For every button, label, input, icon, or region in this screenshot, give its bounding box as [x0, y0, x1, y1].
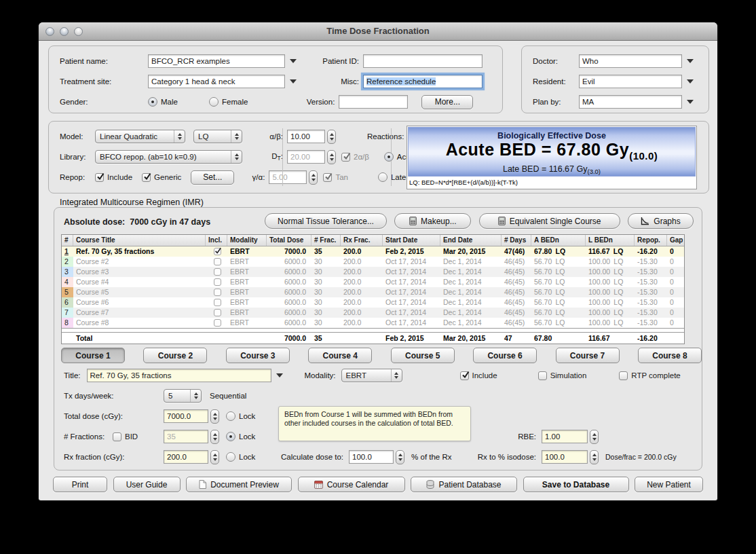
column-header[interactable]: End Date: [440, 235, 502, 246]
total-dose-lock-radio[interactable]: [226, 411, 235, 421]
treatment-site-field[interactable]: Category 1 head & neck: [148, 75, 285, 88]
table-row[interactable]: 7Course #7EBRT6000.030200.0Oct 17, 2014D…: [62, 308, 684, 318]
tab-course-5[interactable]: Course 5: [391, 348, 455, 363]
total-dose-stepper[interactable]: [210, 409, 219, 424]
save-to-database-button[interactable]: Save to Database: [523, 477, 629, 492]
two-alpha-beta-checkbox[interactable]: [341, 153, 350, 162]
late-radio[interactable]: [378, 172, 388, 182]
include-checkbox[interactable]: [214, 319, 221, 327]
include-checkbox[interactable]: [214, 289, 221, 296]
column-header[interactable]: Course Title: [73, 235, 206, 246]
fractions-stepper[interactable]: [210, 430, 219, 444]
rbe-field[interactable]: 1.00: [542, 430, 588, 443]
female-radio[interactable]: [209, 97, 219, 107]
column-header[interactable]: Total Dose: [267, 235, 311, 246]
fractions-field[interactable]: 35: [164, 430, 208, 443]
table-row[interactable]: 5Course #5EBRT6000.030200.0Oct 17, 2014D…: [62, 287, 684, 297]
dt-stepper[interactable]: [327, 150, 336, 164]
treatment-site-dropdown-icon[interactable]: [290, 79, 297, 84]
model-short-popup[interactable]: LQ: [193, 130, 242, 143]
gamma-alpha-field[interactable]: 5.00: [269, 170, 307, 184]
equivalent-single-course-button[interactable]: Equivalent Single Course: [479, 213, 620, 229]
table-row[interactable]: 3Course #3EBRT6000.030200.0Oct 17, 2014D…: [62, 267, 684, 277]
include-checkbox[interactable]: [214, 309, 221, 316]
table-row[interactable]: 6Course #6EBRT6000.030200.0Oct 17, 2014D…: [62, 297, 684, 308]
include-checkbox[interactable]: [214, 258, 221, 265]
course-modality-popup[interactable]: EBRT: [341, 369, 402, 382]
plan-by-dropdown-icon[interactable]: [687, 100, 694, 104]
column-header[interactable]: #: [62, 235, 73, 246]
doctor-dropdown-icon[interactable]: [687, 59, 694, 63]
include-checkbox[interactable]: [214, 278, 221, 286]
document-preview-button[interactable]: Document Preview: [186, 477, 292, 492]
rbe-stepper[interactable]: [590, 430, 599, 444]
include-checkbox[interactable]: [214, 268, 221, 276]
isodose-stepper[interactable]: [590, 450, 599, 464]
tab-course-7[interactable]: Course 7: [556, 348, 620, 363]
calc-dose-field[interactable]: 100.0: [349, 450, 394, 464]
rx-fraction-stepper[interactable]: [210, 450, 219, 464]
gamma-alpha-stepper[interactable]: [309, 170, 318, 185]
table-row[interactable]: 8Course #8EBRT6000.030200.0Oct 17, 2014D…: [62, 318, 684, 328]
patient-database-button[interactable]: Patient Database: [411, 477, 517, 492]
close-window-icon[interactable]: [45, 27, 54, 36]
alpha-beta-field[interactable]: 10.00: [287, 130, 325, 143]
include-checkbox[interactable]: [214, 299, 221, 306]
repop-generic-checkbox[interactable]: [142, 173, 151, 182]
bid-checkbox[interactable]: [113, 432, 121, 441]
course-calendar-button[interactable]: Course Calendar: [298, 477, 405, 492]
rx-fraction-lock-radio[interactable]: [226, 452, 235, 462]
tab-course-6[interactable]: Course 6: [473, 348, 537, 363]
column-header[interactable]: L BEDn: [586, 235, 635, 246]
set-button[interactable]: Set...: [191, 170, 234, 185]
zoom-window-icon[interactable]: [74, 27, 83, 36]
doctor-field[interactable]: Who: [579, 54, 682, 68]
user-guide-button[interactable]: User Guide: [113, 477, 181, 492]
tab-course-4[interactable]: Course 4: [308, 348, 372, 363]
tan-checkbox[interactable]: [323, 173, 332, 182]
model-popup[interactable]: Linear Quadratic: [95, 130, 185, 143]
include-checkbox-checked[interactable]: [214, 248, 221, 255]
patient-id-field[interactable]: [363, 54, 483, 68]
tab-course-2[interactable]: Course 2: [143, 348, 207, 363]
fractions-lock-radio[interactable]: [226, 432, 235, 441]
repop-include-checkbox[interactable]: [95, 173, 104, 182]
print-button[interactable]: Print: [53, 477, 107, 492]
tab-course-8[interactable]: Course 8: [638, 348, 702, 363]
plan-by-field[interactable]: MA: [579, 95, 682, 109]
table-row[interactable]: 1Ref. 70 Gy, 35 fractionsEBRT7000.035200…: [62, 246, 684, 257]
patient-name-field[interactable]: BFCO_RCR examples: [148, 54, 285, 68]
column-header[interactable]: Rx Frac.: [341, 235, 383, 246]
alpha-beta-stepper[interactable]: [327, 130, 336, 144]
rx-fraction-field[interactable]: 200.0: [164, 450, 208, 464]
library-popup[interactable]: BFCO repop. (ab=10 k=0.9): [95, 150, 242, 164]
total-dose-field[interactable]: 7000.0: [164, 409, 208, 423]
more-button[interactable]: More...: [421, 95, 473, 109]
column-header[interactable]: Incl.: [206, 235, 227, 246]
acute-radio[interactable]: [384, 152, 394, 162]
course-title-field[interactable]: Ref. 70 Gy, 35 fractions: [87, 369, 271, 382]
tx-days-popup[interactable]: 5: [164, 389, 202, 403]
dt-field[interactable]: 20.00: [287, 150, 325, 164]
table-row[interactable]: 2Course #2EBRT6000.030200.0Oct 17, 2014D…: [62, 257, 684, 267]
column-header[interactable]: Start Date: [383, 235, 440, 246]
tab-course-3[interactable]: Course 3: [226, 348, 290, 363]
simulation-checkbox[interactable]: [538, 371, 547, 380]
version-field[interactable]: [339, 95, 408, 109]
patient-name-dropdown-icon[interactable]: [290, 59, 297, 63]
graphs-button[interactable]: Graphs: [628, 213, 694, 229]
makeup-button[interactable]: Makeup...: [394, 213, 471, 229]
course-title-dropdown-icon[interactable]: [276, 373, 283, 377]
new-patient-button[interactable]: New Patient: [635, 477, 703, 492]
column-header[interactable]: # Days: [502, 235, 531, 246]
column-header[interactable]: Gap: [667, 235, 684, 246]
calc-dose-stepper[interactable]: [396, 450, 404, 464]
resident-field[interactable]: Evil: [579, 75, 682, 88]
title-bar[interactable]: Time Dose Fractionation: [39, 22, 717, 41]
table-row[interactable]: 4Course #4EBRT6000.030200.0Oct 17, 2014D…: [62, 277, 684, 287]
normal-tissue-tolerance-button[interactable]: Normal Tissue Tolerance...: [265, 213, 387, 229]
column-header[interactable]: Repop.: [635, 235, 667, 246]
minimize-window-icon[interactable]: [60, 27, 69, 36]
isodose-field[interactable]: 100.0: [542, 450, 588, 464]
male-radio[interactable]: [148, 97, 157, 107]
